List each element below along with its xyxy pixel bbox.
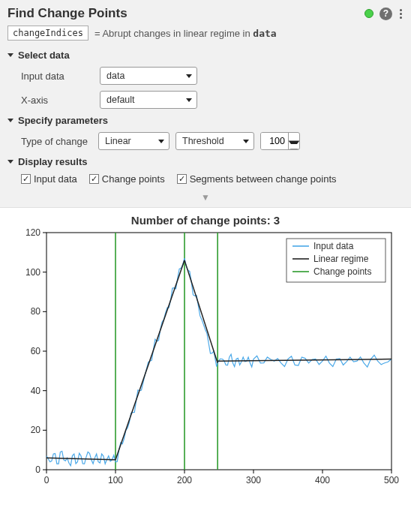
menu-icon[interactable] — [398, 8, 404, 20]
svg-text:300: 300 — [246, 475, 261, 485]
type-of-change-label: Type of change — [21, 136, 92, 147]
svg-line-30 — [46, 458, 116, 460]
svg-text:120: 120 — [26, 228, 40, 238]
x-axis-select[interactable]: default — [100, 91, 197, 109]
section-header-specify-parameters[interactable]: Specify parameters — [8, 115, 404, 126]
chart-title: Number of change points: 3 — [10, 214, 400, 227]
threshold-input[interactable] — [261, 133, 288, 149]
svg-text:100: 100 — [108, 475, 123, 485]
chevron-down-icon — [158, 140, 164, 143]
help-icon[interactable]: ? — [380, 8, 392, 20]
status-indicator — [364, 9, 374, 18]
svg-line-32 — [184, 260, 218, 363]
checkbox-input-data[interactable]: ✓ Input data — [21, 173, 77, 185]
svg-text:40: 40 — [31, 386, 41, 396]
checkbox-icon: ✓ — [177, 174, 187, 184]
svg-text:Input data: Input data — [314, 241, 354, 251]
section-header-select-data[interactable]: Select data — [8, 50, 404, 61]
checkbox-icon: ✓ — [89, 174, 99, 184]
chevron-down-icon — [186, 74, 192, 78]
svg-line-31 — [116, 260, 184, 460]
input-data-label: Input data — [21, 71, 92, 82]
expression-row: changeIndices = Abrupt changes in linear… — [8, 26, 404, 41]
spinner-up-button[interactable] — [289, 133, 299, 141]
chevron-down-icon — [186, 98, 192, 102]
detection-method-select[interactable]: Threshold — [176, 132, 254, 150]
svg-text:500: 500 — [384, 475, 399, 485]
chart-plot: 0100200300400500020406080100120Input dat… — [10, 228, 400, 491]
svg-text:60: 60 — [31, 346, 41, 356]
checkbox-segments[interactable]: ✓ Segments between change points — [177, 173, 337, 185]
chevron-down-icon — [8, 53, 14, 57]
threshold-spinner[interactable] — [260, 132, 300, 150]
checkbox-change-points[interactable]: ✓ Change points — [89, 173, 165, 185]
svg-text:20: 20 — [31, 425, 41, 435]
expand-handle-icon[interactable]: ▼ — [8, 192, 404, 204]
chevron-down-icon — [243, 140, 249, 143]
chevron-down-icon — [8, 160, 14, 164]
x-axis-label: X-axis — [21, 95, 92, 106]
page-title: Find Change Points — [8, 6, 128, 21]
checkbox-icon: ✓ — [21, 174, 31, 184]
svg-text:Change points: Change points — [314, 266, 371, 277]
svg-text:Linear regime: Linear regime — [314, 254, 369, 264]
output-variable[interactable]: changeIndices — [8, 26, 88, 41]
spinner-down-button[interactable] — [289, 141, 299, 149]
svg-text:200: 200 — [177, 475, 192, 485]
svg-text:400: 400 — [315, 475, 330, 485]
section-header-display-results[interactable]: Display results — [8, 156, 404, 167]
input-data-select[interactable]: data — [100, 67, 197, 85]
chevron-down-icon — [8, 119, 14, 122]
type-of-change-select[interactable]: Linear — [98, 132, 170, 150]
svg-text:0: 0 — [35, 464, 40, 475]
svg-text:80: 80 — [31, 306, 41, 317]
svg-text:0: 0 — [44, 475, 50, 485]
svg-text:100: 100 — [26, 267, 40, 278]
expression-text: = Abrupt changes in linear regime in dat… — [94, 28, 277, 39]
